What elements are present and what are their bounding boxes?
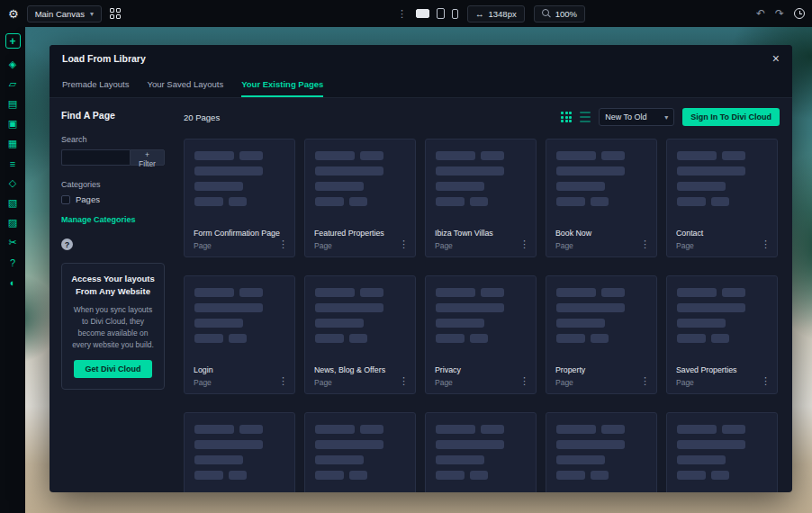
layers-icon[interactable]: ◈ bbox=[5, 57, 21, 72]
tablet-view-icon[interactable] bbox=[437, 8, 445, 19]
filter-button[interactable]: + Filter bbox=[130, 149, 165, 166]
list-view-icon[interactable] bbox=[580, 112, 591, 123]
promo-body: When you sync layouts to Divi Cloud, the… bbox=[70, 304, 156, 352]
card-menu-icon[interactable]: ⋮ bbox=[640, 238, 650, 250]
top-toolbar: ⚙ Main Canvas ▾ ⋮ ↔ 1348px bbox=[0, 0, 812, 27]
grid-view-icon[interactable] bbox=[561, 112, 572, 122]
interaction-icon[interactable]: ◇ bbox=[5, 176, 21, 191]
page-card[interactable]: Ibiza Town Villas Page ⋮ bbox=[425, 139, 537, 257]
page-card[interactable]: Login Page ⋮ bbox=[184, 275, 295, 394]
tools-icon[interactable]: ✂ bbox=[5, 235, 21, 250]
page-thumbnail-skeleton bbox=[426, 413, 536, 480]
page-card[interactable] bbox=[546, 412, 657, 492]
card-title: Ibiza Town Villas bbox=[435, 229, 529, 238]
skeleton-row bbox=[556, 334, 646, 343]
grid-view-icon[interactable]: ▦ bbox=[5, 136, 21, 151]
canvas-selector-dropdown[interactable]: Main Canvas ▾ bbox=[27, 5, 102, 22]
skeleton-row bbox=[436, 182, 526, 191]
tab-your-saved-layouts[interactable]: Your Saved Layouts bbox=[147, 72, 223, 97]
card-menu-icon[interactable]: ⋮ bbox=[640, 375, 650, 387]
settings-gear-icon[interactable]: ⚙ bbox=[8, 7, 19, 21]
skeleton-bar bbox=[677, 303, 745, 312]
skeleton-bar bbox=[722, 288, 745, 297]
manage-categories-link[interactable]: Manage Categories bbox=[61, 215, 165, 224]
page-card[interactable]: Contact Page ⋮ bbox=[666, 139, 778, 257]
card-footer: Ibiza Town Villas Page ⋮ bbox=[435, 229, 529, 250]
content-header: 20 Pages New To Old ▾ bbox=[184, 107, 780, 127]
skeleton-row bbox=[677, 425, 767, 434]
skeleton-bar bbox=[436, 440, 504, 449]
get-divi-cloud-button[interactable]: Get Divi Cloud bbox=[74, 360, 151, 378]
skeleton-row bbox=[436, 197, 526, 206]
line bbox=[580, 116, 591, 119]
desktop-view-icon[interactable] bbox=[416, 9, 429, 18]
card-menu-icon[interactable]: ⋮ bbox=[519, 375, 529, 387]
layout-grid-icon[interactable] bbox=[110, 8, 121, 19]
undo-icon[interactable]: ↶ bbox=[756, 7, 765, 20]
skeleton-bar bbox=[315, 166, 383, 176]
pages-content: 20 Pages New To Old ▾ bbox=[176, 98, 792, 492]
pages-icon[interactable]: ▱ bbox=[5, 76, 21, 92]
search-input[interactable] bbox=[61, 149, 130, 166]
skeleton-row bbox=[677, 334, 767, 343]
page-card[interactable] bbox=[425, 412, 537, 492]
grid-square bbox=[110, 8, 114, 13]
page-card[interactable]: Privacy Page ⋮ bbox=[425, 275, 537, 394]
help-icon[interactable]: ? bbox=[5, 255, 21, 270]
zoom-control[interactable]: 100% bbox=[534, 5, 585, 22]
page-thumbnail-skeleton bbox=[667, 413, 777, 480]
skeleton-bar bbox=[436, 303, 504, 312]
skeleton-row bbox=[556, 288, 646, 297]
more-options-icon[interactable]: ⋮ bbox=[397, 8, 407, 20]
card-menu-icon[interactable]: ⋮ bbox=[519, 238, 529, 250]
skeleton-bar bbox=[470, 334, 488, 343]
database-icon[interactable]: ▤ bbox=[5, 96, 21, 112]
skeleton-bar bbox=[194, 151, 234, 160]
settings-list-icon[interactable]: ≡ bbox=[5, 156, 21, 171]
skeleton-bar bbox=[481, 151, 504, 160]
builder-sidebar: +◈▱▤▣▦≡◇▧▨✂?◐ bbox=[0, 27, 25, 513]
page-card[interactable] bbox=[666, 412, 778, 492]
page-card[interactable] bbox=[304, 412, 416, 492]
page-card[interactable] bbox=[184, 412, 295, 492]
close-icon[interactable]: × bbox=[772, 52, 780, 65]
page-card[interactable]: Form Confirmation Page Page ⋮ bbox=[184, 139, 295, 257]
card-menu-icon[interactable]: ⋮ bbox=[761, 375, 771, 387]
duplicate-icon[interactable]: ▨ bbox=[5, 215, 21, 230]
sort-select[interactable]: New To Old ▾ bbox=[599, 108, 674, 126]
tab-premade-layouts[interactable]: Premade Layouts bbox=[62, 72, 129, 97]
help-question-icon[interactable]: ? bbox=[61, 238, 73, 250]
card-menu-icon[interactable]: ⋮ bbox=[278, 375, 288, 387]
card-menu-icon[interactable]: ⋮ bbox=[399, 375, 409, 387]
wireframe-icon[interactable]: ▣ bbox=[5, 116, 21, 131]
theme-toggle-icon[interactable]: ◐ bbox=[5, 274, 21, 290]
page-card[interactable]: Property Page ⋮ bbox=[546, 275, 657, 394]
redo-icon[interactable]: ↷ bbox=[775, 7, 784, 20]
phone-view-icon[interactable] bbox=[452, 9, 458, 19]
add-module-icon[interactable]: + bbox=[5, 33, 21, 49]
skeleton-bar bbox=[349, 334, 367, 343]
dot bbox=[569, 116, 572, 119]
pages-checkbox[interactable] bbox=[61, 195, 70, 204]
skeleton-bar bbox=[591, 334, 609, 343]
card-menu-icon[interactable]: ⋮ bbox=[399, 238, 409, 250]
card-footer: Privacy Page ⋮ bbox=[435, 365, 529, 387]
history-clock-icon[interactable] bbox=[794, 8, 805, 19]
toolbar-center-group: ⋮ ↔ 1348px 100% bbox=[397, 0, 585, 27]
category-pages-row[interactable]: Pages bbox=[61, 194, 165, 204]
card-menu-icon[interactable]: ⋮ bbox=[278, 238, 288, 250]
page-card[interactable]: Featured Properties Page ⋮ bbox=[304, 139, 416, 257]
sign-in-divi-cloud-button[interactable]: Sign In To Divi Cloud bbox=[682, 108, 780, 126]
page-card[interactable]: News, Blog & Offers Page ⋮ bbox=[304, 275, 416, 394]
card-menu-icon[interactable]: ⋮ bbox=[761, 238, 771, 250]
skeleton-bar bbox=[711, 334, 729, 343]
clipboard-icon[interactable]: ▧ bbox=[5, 195, 21, 211]
page-card[interactable]: Saved Properties Page ⋮ bbox=[666, 275, 778, 394]
skeleton-row bbox=[194, 166, 284, 176]
skeleton-bar bbox=[315, 440, 383, 449]
skeleton-bar bbox=[677, 455, 726, 464]
canvas-width-control[interactable]: ↔ 1348px bbox=[467, 5, 525, 22]
tab-your-existing-pages[interactable]: Your Existing Pages bbox=[241, 72, 323, 97]
page-card[interactable]: Book Now Page ⋮ bbox=[546, 139, 657, 257]
page-thumbnail-skeleton bbox=[667, 140, 777, 206]
